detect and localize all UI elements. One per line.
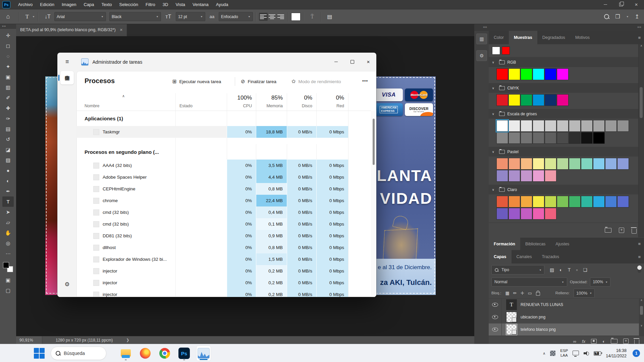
color-swatch[interactable]: [521, 196, 532, 207]
panel-tab[interactable]: Bibliotecas: [520, 238, 550, 250]
layer-thumbnail[interactable]: [506, 324, 517, 335]
end-task-button[interactable]: ⊘ Finalizar tarea: [241, 78, 276, 84]
scrollbar-thumb[interactable]: [640, 87, 643, 118]
clock[interactable]: 16:38 14/11/2022: [606, 348, 627, 359]
color-swatch[interactable]: [545, 170, 556, 181]
tool-button[interactable]: ◪: [2, 144, 14, 155]
taskbar-app[interactable]: [157, 346, 172, 361]
color-swatch[interactable]: [521, 132, 532, 143]
visibility-toggle[interactable]: [489, 311, 502, 323]
layer-filter-icon[interactable]: ▨: [550, 267, 554, 273]
color-swatch[interactable]: [497, 196, 508, 207]
new-group-icon[interactable]: [605, 228, 611, 233]
close-button[interactable]: ✕: [360, 53, 376, 71]
color-swatch[interactable]: [497, 95, 508, 106]
tool-button[interactable]: ✐: [2, 93, 14, 103]
run-new-task-button[interactable]: ⊞ Ejecutar nueva tarea: [172, 78, 221, 84]
lock-option-icon[interactable]: ✛: [521, 291, 524, 296]
color-swatch[interactable]: [533, 69, 544, 80]
restore-button[interactable]: [613, 0, 629, 9]
menu-item[interactable]: Archivo: [14, 0, 36, 9]
color-swatch[interactable]: [521, 170, 532, 181]
color-swatch[interactable]: [557, 95, 568, 106]
panel-tab[interactable]: Trazados: [537, 250, 564, 263]
color-swatch[interactable]: [557, 158, 568, 169]
tool-button[interactable]: ▱: [2, 217, 14, 228]
home-icon[interactable]: ⌂: [0, 13, 16, 20]
tool-button[interactable]: ◐: [2, 176, 14, 186]
start-button[interactable]: [32, 346, 47, 361]
tool-button[interactable]: ▨: [2, 155, 14, 165]
color-swatch[interactable]: [521, 95, 532, 106]
maximize-button[interactable]: [344, 53, 360, 71]
layer-thumbnail[interactable]: [506, 312, 517, 322]
panel-menu-icon[interactable]: ≡: [638, 238, 641, 250]
network-icon[interactable]: [573, 351, 579, 355]
scrollbar-thumb[interactable]: [373, 119, 375, 165]
align-left-button[interactable]: [259, 13, 268, 21]
table-row[interactable]: Adobe Spaces Helper 0% 4,4 MB 0 MB/s 0 M…: [76, 171, 371, 183]
chevron-down-icon[interactable]: ▼: [626, 15, 629, 18]
layer-filter-icon[interactable]: ◐: [559, 267, 562, 273]
collapse-panels-icon[interactable]: ««: [483, 25, 487, 29]
color-swatch[interactable]: [521, 158, 532, 169]
adjustment-layer-icon[interactable]: ◐: [602, 339, 605, 344]
column-header-disco[interactable]: Disco: [287, 104, 312, 108]
color-swatch[interactable]: [545, 120, 556, 131]
align-center-button[interactable]: [268, 13, 276, 21]
color-swatch[interactable]: [533, 208, 544, 219]
color-swatch[interactable]: [569, 132, 580, 143]
color-swatch[interactable]: [569, 196, 580, 207]
color-swatch[interactable]: [497, 170, 508, 181]
color-swatch[interactable]: [545, 158, 556, 169]
color-swatch[interactable]: [545, 132, 556, 143]
share-icon[interactable]: ↥: [635, 13, 639, 20]
color-swatch[interactable]: [497, 208, 508, 219]
visibility-toggle[interactable]: [489, 323, 502, 336]
color-swatch[interactable]: [509, 120, 520, 131]
tool-button[interactable]: ◻: [2, 41, 14, 51]
table-row[interactable]: injector 0% 0,2 MB 0 MB/s 0 Mbps: [76, 277, 371, 289]
panel-tab[interactable]: Ajustes: [550, 238, 574, 250]
color-swatch[interactable]: [569, 158, 580, 169]
color-swatch[interactable]: [533, 158, 544, 169]
new-swatch-icon[interactable]: +: [619, 228, 624, 233]
tool-button[interactable]: ◎: [2, 238, 14, 248]
color-swatch[interactable]: [557, 196, 568, 207]
color-swatch[interactable]: [569, 120, 580, 131]
toolbar-expander[interactable]: »»: [0, 23, 16, 29]
table-row[interactable]: chrome 0% 22,4 MB 0 MB/s 0 Mbps: [76, 195, 371, 206]
collapsed-panel-icon[interactable]: ⚙: [476, 50, 487, 61]
font-family-select[interactable]: Arial▼: [54, 12, 106, 21]
color-swatch[interactable]: [497, 120, 508, 131]
tray-chevron-icon[interactable]: ∧: [543, 351, 545, 356]
tool-button[interactable]: ●: [2, 165, 14, 176]
table-row[interactable]: dllhost 0% 0,8 MB 0 MB/s 0 Mbps: [76, 242, 371, 253]
taskbar-app[interactable]: [138, 346, 153, 361]
column-header-nombre[interactable]: Nombre: [85, 104, 99, 108]
recent-swatch[interactable]: [502, 47, 510, 55]
swatch-group-header[interactable]: ∨ CMYK: [489, 83, 644, 93]
panel-menu-icon[interactable]: ≡: [638, 250, 641, 263]
color-swatch[interactable]: [509, 158, 520, 169]
language-indicator[interactable]: ESPLAA: [560, 349, 568, 358]
table-row[interactable]: cmd (32 bits) 0% 0,1 MB 0 MB/s 0 Mbps: [76, 218, 371, 230]
color-swatch[interactable]: [593, 158, 604, 169]
search-icon[interactable]: [604, 14, 609, 19]
link-layers-icon[interactable]: ∞: [573, 339, 576, 344]
layer-filter-icon[interactable]: ▫: [576, 267, 578, 273]
color-swatch[interactable]: [545, 208, 556, 219]
warp-text-icon[interactable]: T̃: [307, 14, 318, 20]
type-tool-icon[interactable]: T: [22, 13, 32, 20]
menu-item[interactable]: Vista: [172, 0, 189, 9]
font-size-select[interactable]: 12 pt▼: [176, 12, 205, 21]
color-swatch[interactable]: [557, 69, 568, 80]
color-swatch[interactable]: [533, 196, 544, 207]
scrollbar-thumb[interactable]: [640, 306, 643, 315]
tool-button[interactable]: ✦: [2, 61, 14, 72]
volume-icon[interactable]: [584, 351, 589, 356]
taskbar-app[interactable]: [196, 346, 211, 361]
filter-toggle-icon[interactable]: [638, 267, 641, 273]
align-right-button[interactable]: [276, 13, 285, 21]
zoom-level-field[interactable]: 90,91%: [16, 336, 42, 344]
